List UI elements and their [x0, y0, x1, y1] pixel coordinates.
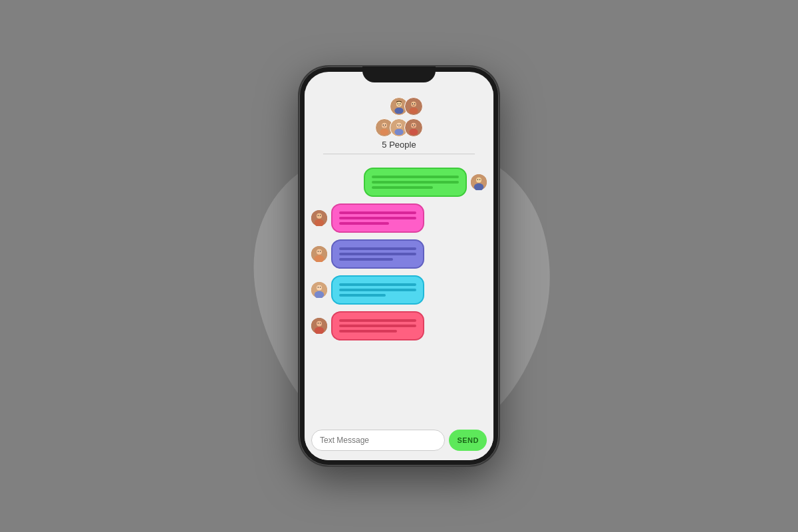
- svg-point-45: [320, 287, 321, 288]
- svg-point-35: [320, 215, 321, 216]
- svg-point-19: [398, 124, 399, 126]
- svg-point-29: [477, 179, 479, 180]
- message-row: [311, 168, 487, 197]
- svg-point-3: [396, 102, 402, 107]
- message-text-input[interactable]: [311, 430, 445, 451]
- avatar-group: [375, 97, 423, 137]
- message-bubble-cyan: [331, 275, 424, 305]
- svg-point-25: [414, 124, 416, 126]
- message-bubble-purple: [331, 239, 424, 269]
- svg-point-42: [317, 285, 322, 291]
- message-bubble-green: [364, 168, 467, 197]
- send-button[interactable]: SEND: [449, 430, 487, 451]
- iphone-notch: [362, 66, 436, 82]
- message-row: [311, 203, 487, 233]
- iphone-frame: 5 People: [299, 66, 499, 466]
- svg-point-4: [398, 103, 399, 104]
- avatar-5: [404, 118, 423, 137]
- svg-point-30: [479, 179, 481, 180]
- svg-point-47: [317, 321, 322, 327]
- input-area: SEND: [305, 424, 493, 460]
- sender-avatar-1: [471, 174, 487, 190]
- chat-header: 5 People: [305, 90, 493, 160]
- message-bubble-red: [331, 311, 424, 340]
- svg-point-10: [414, 103, 416, 104]
- svg-point-34: [318, 215, 319, 216]
- message-row: [311, 275, 487, 305]
- svg-point-9: [412, 103, 414, 104]
- svg-point-5: [400, 103, 401, 104]
- sender-avatar-4: [311, 282, 327, 298]
- svg-point-27: [476, 178, 481, 183]
- message-row: [311, 311, 487, 340]
- svg-point-44: [318, 287, 319, 288]
- sender-avatar-2: [311, 210, 327, 226]
- message-bubble-pink: [331, 203, 424, 233]
- svg-point-20: [400, 124, 401, 126]
- svg-point-17: [396, 123, 402, 128]
- sender-avatar-3: [311, 246, 327, 262]
- messages-area: [305, 160, 493, 424]
- svg-point-40: [320, 251, 321, 252]
- svg-point-32: [317, 213, 322, 219]
- avatar-2: [404, 97, 423, 116]
- screen-content: 5 People: [305, 72, 493, 460]
- svg-point-37: [317, 249, 322, 255]
- svg-point-50: [320, 323, 321, 324]
- sender-avatar-5: [311, 318, 327, 334]
- svg-point-12: [382, 123, 387, 128]
- phone-screen: 5 People: [305, 72, 493, 460]
- svg-point-7: [411, 102, 416, 107]
- header-divider: [323, 154, 474, 154]
- svg-point-22: [411, 123, 416, 128]
- svg-point-39: [318, 251, 319, 252]
- svg-point-14: [383, 124, 384, 126]
- svg-point-24: [412, 124, 414, 126]
- group-title: 5 People: [382, 140, 416, 150]
- svg-point-49: [318, 323, 319, 324]
- message-row: [311, 239, 487, 269]
- svg-point-15: [385, 124, 386, 126]
